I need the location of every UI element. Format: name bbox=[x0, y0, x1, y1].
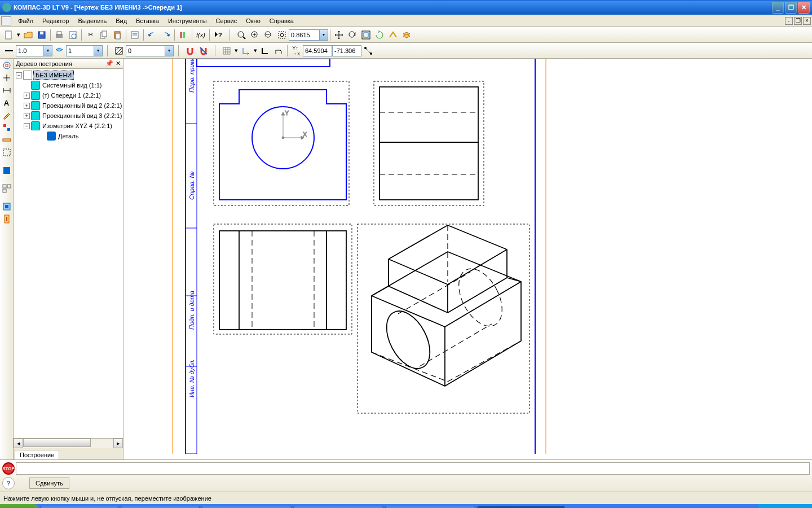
lcs-button[interactable] bbox=[240, 45, 252, 57]
param-tool[interactable] bbox=[1, 122, 12, 133]
spec-tool[interactable] bbox=[1, 165, 12, 176]
round-button[interactable] bbox=[272, 45, 285, 57]
menu-editor[interactable]: Редактор bbox=[38, 16, 73, 25]
hatch-button[interactable] bbox=[113, 45, 125, 57]
help-arrow-button[interactable]: ? bbox=[212, 29, 224, 41]
snap-magnet-button[interactable] bbox=[184, 45, 196, 57]
menu-insert[interactable]: Вставка bbox=[131, 16, 164, 25]
zoom-prev-button[interactable] bbox=[346, 29, 359, 41]
layers-button[interactable] bbox=[400, 29, 413, 41]
lcs-dropdown[interactable]: ▾ bbox=[253, 47, 258, 54]
tree-item-iso[interactable]: −Изометрия XYZ 4 (2.2:1) bbox=[14, 121, 123, 131]
assoc-tool[interactable] bbox=[1, 201, 12, 212]
tree-item-front[interactable]: +(т) Спереди 1 (2.2:1) bbox=[14, 90, 123, 100]
tree-scroll-right[interactable]: ▸ bbox=[113, 439, 123, 448]
tree-root[interactable]: −БЕЗ ИМЕНИ bbox=[14, 70, 123, 80]
restore-button[interactable]: ❐ bbox=[785, 2, 797, 14]
task-work13[interactable]: Работа № 13.doc - Micr... bbox=[293, 506, 383, 508]
tree-tab[interactable]: Построение bbox=[15, 450, 59, 459]
step-dropdown[interactable] bbox=[165, 45, 174, 56]
line-style-button[interactable] bbox=[3, 45, 15, 57]
copy-button[interactable] bbox=[98, 29, 110, 41]
layer-dropdown[interactable] bbox=[94, 45, 103, 56]
edit-tool[interactable] bbox=[1, 110, 12, 121]
text-tool[interactable]: A bbox=[1, 97, 12, 108]
geometry-tool[interactable] bbox=[1, 60, 12, 71]
tree-scroll-left[interactable]: ◂ bbox=[14, 439, 23, 448]
layer-button[interactable] bbox=[53, 45, 65, 57]
coord-x-input[interactable] bbox=[303, 45, 332, 56]
zoom-dropdown[interactable] bbox=[320, 29, 328, 41]
mdi-close[interactable]: × bbox=[803, 17, 811, 25]
zoom-input[interactable] bbox=[289, 29, 320, 41]
menu-view[interactable]: Вид bbox=[111, 16, 131, 25]
task-kompas-folder[interactable]: КОМПАС bbox=[40, 506, 119, 508]
start-button[interactable]: Пуск bbox=[0, 504, 38, 508]
print-button[interactable] bbox=[53, 29, 65, 41]
task-kompas-app[interactable]: КОМПАС-3D LT V9 - [... bbox=[477, 506, 565, 508]
coord-mode-button[interactable]: Y↑→x bbox=[290, 45, 302, 57]
coord-y-input[interactable] bbox=[332, 45, 361, 56]
mdi-restore[interactable]: ❐ bbox=[794, 17, 802, 25]
line-width-input[interactable] bbox=[16, 45, 44, 56]
close-button[interactable]: ✕ bbox=[798, 2, 810, 14]
tree-item-system[interactable]: Системный вид (1:1) bbox=[14, 80, 123, 90]
properties-button[interactable] bbox=[129, 29, 141, 41]
redraw-button[interactable] bbox=[387, 29, 399, 41]
stop-button[interactable]: STOP bbox=[2, 462, 15, 475]
drawing-canvas-svg[interactable]: Перв. примен. Справ. № Подп. и дата Инв.… bbox=[123, 59, 800, 454]
rebuild-button[interactable] bbox=[373, 29, 386, 41]
insert-tool[interactable] bbox=[1, 213, 12, 225]
help-button[interactable]: ? bbox=[2, 477, 15, 489]
tree-item-proj3[interactable]: +Проекционный вид 3 (2.2:1) bbox=[14, 111, 123, 121]
zoom-fit-button[interactable] bbox=[235, 29, 248, 41]
ortho-button[interactable] bbox=[259, 45, 271, 57]
zoom-window-button[interactable] bbox=[276, 29, 288, 41]
step-input[interactable] bbox=[126, 45, 165, 56]
save-button[interactable] bbox=[36, 29, 48, 41]
tree-item-proj2[interactable]: +Проекционный вид 2 (2.2:1) bbox=[14, 100, 123, 111]
menu-select[interactable]: Выделить bbox=[73, 16, 111, 25]
undo-button[interactable] bbox=[146, 29, 158, 41]
snap-off-button[interactable] bbox=[197, 45, 210, 57]
grid-dropdown[interactable]: ▾ bbox=[233, 47, 239, 54]
zoom-out-button[interactable] bbox=[262, 29, 275, 41]
coord-lock-button[interactable] bbox=[362, 45, 374, 57]
zoom-in-button[interactable] bbox=[249, 29, 261, 41]
zoom-all-button[interactable] bbox=[360, 29, 372, 41]
paste-button[interactable] bbox=[111, 29, 123, 41]
task-work16[interactable]: Работа № 16.doc - Micr... bbox=[385, 506, 475, 508]
tree-scroll-thumb[interactable] bbox=[23, 439, 91, 447]
menu-window[interactable]: Окно bbox=[241, 16, 265, 25]
task-templates-folder[interactable]: Templates bbox=[121, 506, 200, 508]
menu-tools[interactable]: Инструменты bbox=[164, 16, 211, 25]
command-tab[interactable]: Сдвинуть bbox=[29, 478, 69, 489]
mdi-minimize[interactable]: - bbox=[785, 17, 793, 25]
variables-button[interactable]: f(x) bbox=[195, 29, 207, 41]
open-button[interactable] bbox=[22, 29, 34, 41]
layer-input[interactable] bbox=[66, 45, 94, 56]
select-tool[interactable] bbox=[1, 147, 12, 158]
redo-button[interactable] bbox=[160, 29, 172, 41]
tree-close-icon[interactable]: ✕ bbox=[116, 60, 121, 67]
menu-service[interactable]: Сервис bbox=[211, 16, 242, 25]
preview-button[interactable] bbox=[67, 29, 79, 41]
new-dropdown[interactable]: ▾ bbox=[16, 31, 21, 38]
dimension-tool[interactable] bbox=[1, 85, 12, 96]
cut-button[interactable]: ✂ bbox=[84, 29, 96, 41]
point-tool[interactable] bbox=[1, 72, 12, 84]
drawing-area[interactable]: Перв. примен. Справ. № Подп. и дата Инв.… bbox=[123, 59, 812, 459]
measure-tool[interactable] bbox=[1, 134, 12, 146]
menu-help[interactable]: Справка bbox=[265, 16, 298, 25]
minimize-button[interactable]: _ bbox=[772, 2, 784, 14]
task-work17[interactable]: Работа № 17.doc - Micr... bbox=[201, 506, 292, 508]
pin-icon[interactable]: 📌 bbox=[105, 60, 113, 67]
tree-item-part[interactable]: Деталь bbox=[14, 131, 123, 141]
command-input[interactable] bbox=[16, 462, 810, 475]
line-width-dropdown[interactable] bbox=[44, 45, 52, 56]
pan-button[interactable] bbox=[333, 29, 345, 41]
grid-button[interactable] bbox=[220, 45, 233, 57]
menu-file[interactable]: Файл bbox=[14, 16, 38, 25]
new-button[interactable] bbox=[3, 29, 15, 41]
library-button[interactable] bbox=[177, 29, 189, 41]
